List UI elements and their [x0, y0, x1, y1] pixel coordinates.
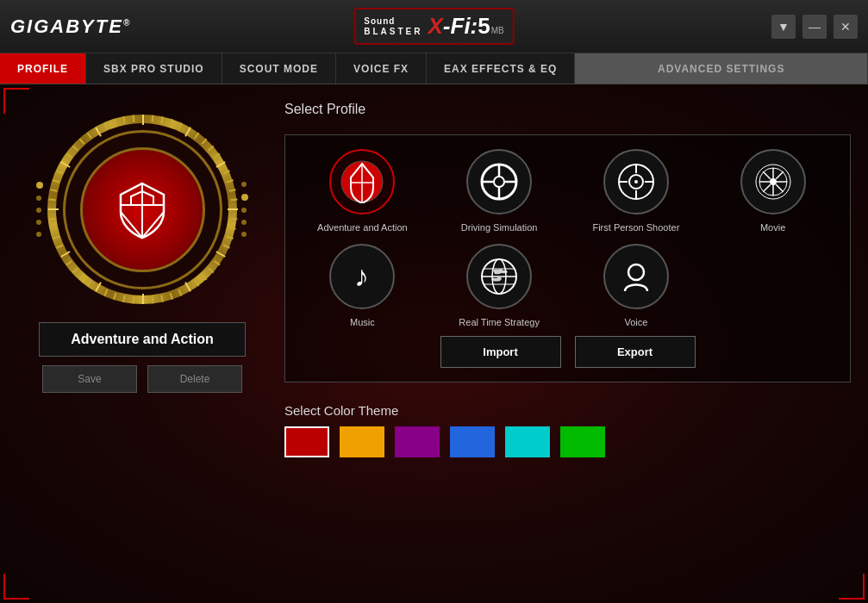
side-dots-right	[241, 182, 248, 237]
svg-line-27	[776, 171, 783, 178]
profile-icon-adventure	[329, 149, 395, 214]
svg-point-13	[634, 180, 638, 183]
color-swatch-cyan[interactable]	[505, 426, 550, 457]
color-swatches	[284, 426, 851, 457]
sb-text: Sound BLASTER	[364, 16, 422, 37]
dot	[241, 182, 247, 187]
svg-point-35	[628, 264, 644, 280]
title-controls: ▼ — ✕	[771, 15, 858, 39]
tab-voice[interactable]: VOICE FX	[336, 53, 427, 84]
driving-icon	[479, 162, 519, 202]
profile-icon-movie	[740, 149, 806, 214]
svg-text:♪: ♪	[354, 260, 369, 292]
svg-point-20	[770, 178, 777, 185]
dot	[36, 208, 41, 213]
profile-item-music[interactable]: ♪ Music	[299, 244, 426, 328]
color-swatch-green[interactable]	[560, 426, 605, 457]
brand-area: GIGABYTE®	[10, 16, 131, 38]
delete-button[interactable]: Delete	[147, 365, 242, 393]
main-content: Adventure and Action Save Delete Select …	[0, 84, 868, 603]
voice-icon	[616, 257, 656, 296]
color-swatch-purple[interactable]	[395, 426, 440, 457]
minimize-button[interactable]: —	[802, 15, 827, 39]
profile-label-voice: Voice	[624, 316, 647, 328]
profile-label-movie: Movie	[760, 221, 785, 233]
left-panel: Adventure and Action Save Delete	[17, 102, 267, 586]
dropdown-button[interactable]: ▼	[771, 15, 796, 39]
svg-line-25	[763, 171, 770, 178]
rts-icon	[479, 257, 519, 296]
profile-label-adventure: Adventure and Action	[317, 221, 408, 233]
action-buttons: Save Delete	[42, 365, 242, 393]
xfi-logo: X -Fi: 5 MB	[428, 13, 504, 40]
profile-label-fps: First Person Shooter	[592, 221, 679, 233]
dot	[36, 182, 43, 189]
corner-decoration-bl	[3, 574, 29, 600]
profile-icon-fps	[603, 149, 669, 214]
gigabyte-logo: GIGABYTE®	[10, 16, 131, 38]
profile-label-driving: Driving Simulation	[461, 221, 538, 233]
tab-scout[interactable]: SCOUT MODE	[222, 53, 336, 84]
corner-decoration-tl	[3, 88, 29, 114]
fps-icon	[616, 162, 656, 202]
profile-label-music: Music	[350, 316, 375, 328]
tab-sbx[interactable]: SBX PRO STUDIO	[86, 53, 222, 84]
tab-eax[interactable]: EAX EFFECTS & EQ	[427, 53, 575, 84]
color-swatch-blue[interactable]	[450, 426, 495, 457]
movie-icon	[753, 162, 793, 202]
tab-profile[interactable]: PROFILE	[0, 53, 86, 84]
dot	[36, 232, 41, 237]
sb-badge: Sound BLASTER X -Fi: 5 MB	[353, 8, 514, 45]
current-profile-box: Adventure and Action	[39, 322, 246, 357]
profile-icon-driving	[466, 149, 532, 214]
profile-item-rts[interactable]: Real Time Strategy	[436, 244, 563, 328]
color-swatch-red[interactable]	[284, 426, 329, 457]
corner-decoration-br	[839, 574, 865, 600]
dot	[241, 194, 248, 201]
profile-actions: Import Export	[299, 336, 836, 368]
profile-icon-voice	[603, 244, 669, 309]
dot	[241, 208, 247, 213]
dot	[241, 220, 247, 225]
select-profile-title: Select Profile	[284, 102, 851, 117]
profile-item-adventure[interactable]: Adventure and Action	[299, 149, 426, 233]
dot	[36, 220, 41, 225]
shield-svg	[112, 179, 172, 239]
shield-logo-container	[43, 110, 241, 308]
tab-advanced[interactable]: ADVANCED SETTINGS	[575, 53, 868, 84]
svg-line-28	[763, 184, 770, 191]
current-profile-name: Adventure and Action	[71, 332, 214, 346]
profile-label-rts: Real Time Strategy	[459, 316, 540, 328]
dot	[241, 232, 247, 237]
color-theme-section: Select Color Theme	[284, 403, 851, 457]
right-panel: Select Profile Adventure and Action	[284, 102, 851, 586]
svg-point-6	[494, 177, 504, 187]
adventure-icon	[340, 160, 384, 203]
export-button[interactable]: Export	[575, 336, 696, 368]
import-button[interactable]: Import	[440, 336, 561, 368]
music-icon: ♪	[342, 257, 382, 296]
profile-item-fps[interactable]: First Person Shooter	[573, 149, 700, 233]
profile-item-movie[interactable]: Movie	[709, 149, 836, 233]
close-button[interactable]: ✕	[834, 15, 858, 39]
profile-item-voice[interactable]: Voice	[573, 244, 700, 328]
profile-icon-rts	[466, 244, 532, 309]
dot	[36, 196, 41, 201]
save-button[interactable]: Save	[42, 365, 137, 393]
color-swatch-orange[interactable]	[340, 426, 384, 457]
side-dots-left	[36, 182, 43, 237]
color-theme-title: Select Color Theme	[284, 403, 851, 418]
profile-item-driving[interactable]: Driving Simulation	[436, 149, 563, 233]
profile-grid: Adventure and Action Dri	[299, 149, 836, 329]
title-bar: GIGABYTE® Sound BLASTER X -Fi: 5 MB ▼ — …	[0, 0, 868, 53]
nav-tabs: PROFILE SBX PRO STUDIO SCOUT MODE VOICE …	[0, 53, 868, 84]
profile-icon-music: ♪	[329, 244, 395, 309]
soundblaster-logo: Sound BLASTER X -Fi: 5 MB	[353, 8, 514, 45]
inner-circle	[80, 147, 205, 272]
svg-line-26	[776, 184, 783, 191]
profile-grid-container: Adventure and Action Dri	[284, 134, 851, 382]
